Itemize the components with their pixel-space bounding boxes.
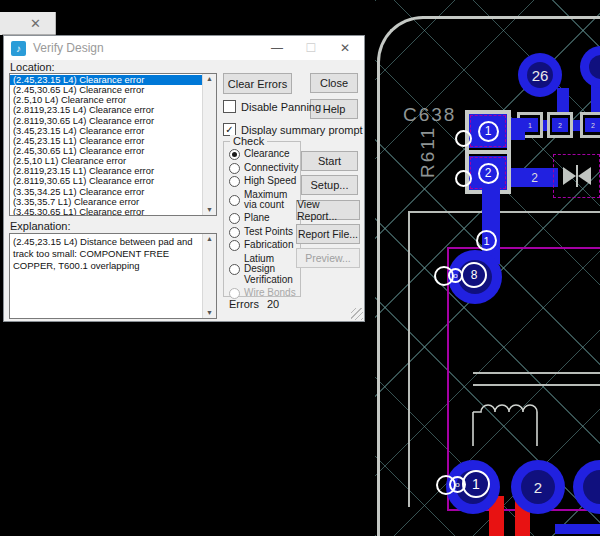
blue-bar-2: 2 [511, 168, 558, 187]
radio-icon[interactable] [229, 213, 240, 224]
pad-26-label: 26 [532, 67, 549, 84]
component-outline-h [408, 211, 600, 213]
radio-icon[interactable] [229, 264, 240, 275]
radio-wire-bonds: Wire Bonds [229, 288, 298, 299]
scroll-up-icon[interactable]: ▲ [206, 75, 213, 83]
guide-line-1 [473, 372, 600, 374]
smd-pad-3-num: 2 [591, 122, 595, 129]
list-scrollbar[interactable]: ▲ ▼ [202, 74, 216, 215]
r611-stub-right [509, 118, 525, 140]
bottom-right-trace [555, 524, 600, 534]
smd-pad-2[interactable]: 2 [547, 112, 573, 138]
smd-pad-2-num: 2 [558, 122, 562, 129]
component-r611[interactable]: 1 2 [465, 110, 511, 194]
scroll-up-icon[interactable]: ▲ [206, 235, 213, 243]
dialog-titlebar[interactable]: ♪ Verify Design — ☐ ✕ [4, 36, 364, 60]
blue-bar-2-label: 2 [531, 171, 538, 185]
r611-pin-2: 2 [478, 163, 499, 184]
radio-latium-design-verification[interactable]: Latium Design Verification [229, 254, 298, 286]
mid-marker-one-glyph: 1 [483, 235, 489, 247]
keepout-line-left [447, 247, 449, 511]
app-icon: ♪ [11, 41, 26, 56]
inductor-symbol [469, 398, 541, 450]
tab-close-icon[interactable]: ✕ [30, 17, 41, 30]
mid-marker-ring-3: 8 [461, 262, 487, 288]
error-marker-ring-b [455, 170, 472, 187]
error-listbox[interactable]: (2.45,23.15 L4) Clearance error (2.45,30… [9, 73, 217, 216]
display-summary-label: Display summary prompt [241, 124, 363, 136]
location-label: Location: [10, 61, 55, 73]
close-window-icon[interactable]: ✕ [328, 36, 362, 60]
radio-icon[interactable] [229, 240, 240, 251]
smd-pad-1-num: 1 [528, 122, 532, 129]
smd-pad-3[interactable]: 2 [580, 112, 600, 138]
maximize-button[interactable]: ☐ [294, 36, 328, 60]
resize-grip[interactable] [351, 308, 363, 320]
radio-connectivity[interactable]: Connectivity [229, 163, 298, 174]
radio-clearance[interactable]: Clearance [229, 149, 298, 160]
radio-icon[interactable] [229, 195, 240, 206]
bottom-pad-2-label: 2 [534, 479, 542, 496]
close-button[interactable]: Close [310, 73, 358, 93]
errors-count-label: Errors [229, 298, 259, 310]
explanation-label: Explanation: [10, 220, 71, 232]
radio-maximum-via-count[interactable]: Maximum via count [229, 190, 298, 211]
report-file-button[interactable]: Report File... [296, 224, 360, 244]
clear-errors-button[interactable]: Clear Errors [223, 73, 292, 94]
radio-icon[interactable] [229, 163, 240, 174]
explanation-text: (2.45,23.15 L4) Distance between pad and… [10, 234, 202, 318]
view-report-button[interactable]: View Report... [296, 200, 360, 220]
radio-icon[interactable] [229, 227, 240, 238]
start-button[interactable]: Start [301, 151, 358, 171]
app-window: ✕ C638 R611 26 1 2 [0, 0, 600, 536]
radio-icon [229, 288, 240, 299]
disable-panning-checkbox[interactable]: Disable Panning [223, 100, 321, 113]
errors-count-row: Errors 20 [229, 298, 279, 310]
verify-design-dialog: ♪ Verify Design — ☐ ✕ Location: (2.45,23… [3, 35, 365, 322]
keepout-line-top [447, 247, 600, 249]
component-outline-v [408, 211, 410, 507]
check-groupbox: Check Clearance Connectivity High Speed … [223, 141, 301, 297]
radio-high-speed[interactable]: High Speed [229, 176, 298, 187]
document-tab[interactable]: ✕ [0, 12, 56, 35]
error-marker-ring-a [455, 130, 472, 147]
radio-plane[interactable]: Plane [229, 213, 298, 224]
mid-marker-ring-4: 1 [476, 230, 497, 251]
minimize-button[interactable]: — [260, 36, 294, 60]
explanation-box[interactable]: (2.45,23.15 L4) Distance between pad and… [9, 233, 217, 319]
diode-symbol [553, 154, 600, 198]
check-group-label: Check [230, 135, 267, 147]
dialog-title: Verify Design [33, 41, 104, 55]
disable-panning-label: Disable Panning [241, 101, 321, 113]
errors-count-value: 20 [267, 298, 279, 310]
silkscreen-ref-r611: R611 [417, 126, 439, 178]
radio-test-points[interactable]: Test Points [229, 227, 298, 238]
radio-icon[interactable] [229, 176, 240, 187]
preview-button[interactable]: Preview... [296, 248, 360, 268]
round-pad-26[interactable]: 26 [518, 53, 562, 97]
scroll-down-icon[interactable]: ▼ [206, 206, 213, 214]
error-item[interactable]: (3.45,30.65 L1) Clearance error [10, 207, 202, 215]
explanation-scrollbar[interactable]: ▲ ▼ [202, 234, 216, 318]
guide-line-2 [473, 384, 600, 386]
radio-fabrication[interactable]: Fabrication [229, 240, 298, 251]
mid-marker-glyph: 8 [471, 268, 478, 282]
setup-button[interactable]: Setup... [301, 175, 358, 195]
bottom-pad-2[interactable]: 2 [511, 460, 565, 514]
checkbox-icon[interactable] [223, 100, 236, 113]
radio-icon[interactable] [229, 149, 240, 160]
r611-pin-1: 1 [478, 121, 499, 142]
bottom-marker-glyph: 1 [472, 476, 480, 492]
scroll-down-icon[interactable]: ▼ [206, 309, 213, 317]
bottom-marker-ring-3: 1 [462, 470, 490, 498]
silkscreen-ref-c638: C638 [403, 104, 456, 126]
pcb-canvas[interactable]: C638 R611 26 1 2 2 [375, 0, 600, 536]
